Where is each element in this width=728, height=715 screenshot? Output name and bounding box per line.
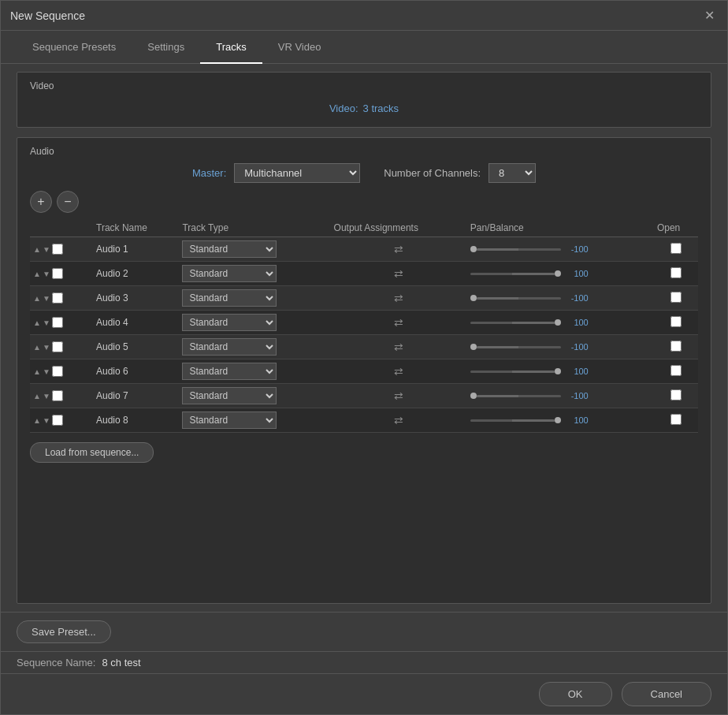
video-value: 3 tracks — [363, 102, 399, 114]
track-type-select[interactable]: Standard Mono 5.1 Adaptive — [182, 265, 277, 282]
open-checkbox[interactable] — [670, 389, 682, 400]
open-checkbox[interactable] — [670, 316, 682, 327]
track-type-select[interactable]: Standard Mono 5.1 Adaptive — [182, 338, 277, 356]
arrow-up-icon[interactable]: ▲ — [33, 270, 41, 278]
track-name-cell: Audio 2 — [93, 262, 179, 286]
sequence-name-value: 8 ch test — [102, 657, 140, 668]
open-checkbox[interactable] — [670, 243, 682, 254]
pan-slider: 100 — [470, 269, 589, 278]
output-routing-icon: ⇄ — [394, 389, 403, 402]
pan-dot — [470, 295, 477, 301]
pan-track — [477, 297, 561, 300]
pan-value: 100 — [561, 415, 589, 425]
arrow-down-icon[interactable]: ▼ — [43, 318, 50, 327]
pan-track — [477, 248, 561, 251]
table-row: ▲ ▼ Audio 3 Standard Mono 5.1 Adaptive ⇄… — [30, 286, 698, 311]
arrow-down-icon[interactable]: ▼ — [43, 245, 50, 254]
pan-slider: 100 — [470, 415, 589, 425]
pan-track — [470, 371, 555, 373]
pan-value: -100 — [561, 293, 589, 303]
table-row: ▲ ▼ Audio 5 Standard Mono 5.1 Adaptive ⇄… — [30, 335, 698, 359]
close-button[interactable]: ✕ — [701, 8, 718, 23]
arrow-down-icon[interactable]: ▼ — [43, 392, 50, 400]
output-routing-icon: ⇄ — [394, 292, 403, 304]
tab-vr-video[interactable]: VR Video — [262, 32, 337, 64]
track-checkbox[interactable] — [52, 268, 63, 279]
master-select[interactable]: Multichannel Stereo 5.1 Mono — [234, 163, 360, 183]
pan-slider: -100 — [470, 342, 589, 352]
col-header-track-name: Track Name — [93, 219, 179, 237]
pan-slider: -100 — [470, 244, 589, 254]
pan-track — [470, 419, 555, 422]
table-row: ▲ ▼ Audio 2 Standard Mono 5.1 Adaptive ⇄… — [30, 262, 698, 286]
ok-button[interactable]: OK — [539, 682, 612, 706]
output-assignments-cell: ⇄ — [331, 408, 467, 433]
arrow-up-icon[interactable]: ▲ — [33, 392, 41, 400]
table-row: ▲ ▼ Audio 1 Standard Mono 5.1 Adaptive ⇄… — [30, 237, 698, 262]
pan-track — [470, 322, 555, 324]
track-name-cell: Audio 8 — [93, 408, 179, 433]
arrow-down-icon[interactable]: ▼ — [43, 294, 50, 303]
arrow-up-icon[interactable]: ▲ — [33, 367, 41, 376]
track-type-select[interactable]: Standard Mono 5.1 Adaptive — [182, 411, 277, 429]
pan-value: 100 — [561, 269, 589, 278]
pan-dot — [555, 319, 561, 326]
video-section: Video Video: 3 tracks — [17, 72, 711, 128]
channels-label: Number of Channels: — [384, 167, 481, 179]
arrow-down-icon[interactable]: ▼ — [43, 343, 50, 352]
track-type-select[interactable]: Standard Mono 5.1 Adaptive — [182, 363, 277, 380]
pan-track — [470, 273, 555, 275]
table-row: ▲ ▼ Audio 8 Standard Mono 5.1 Adaptive ⇄… — [30, 408, 698, 433]
pan-slider: 100 — [470, 367, 589, 376]
arrow-up-icon[interactable]: ▲ — [33, 318, 41, 327]
master-row: Master: Multichannel Stereo 5.1 Mono Num… — [30, 163, 698, 183]
pan-value: -100 — [561, 342, 589, 352]
arrow-down-icon[interactable]: ▼ — [43, 416, 50, 425]
tracks-table: Track Name Track Type Output Assignments… — [30, 219, 698, 433]
audio-section-label: Audio — [30, 146, 698, 157]
col-header-open: Open — [654, 219, 698, 237]
arrow-up-icon[interactable]: ▲ — [33, 416, 41, 425]
output-assignments-cell: ⇄ — [331, 237, 467, 262]
open-checkbox[interactable] — [670, 341, 682, 352]
arrow-up-icon[interactable]: ▲ — [33, 343, 41, 352]
arrow-down-icon[interactable]: ▼ — [43, 270, 50, 278]
pan-balance-cell: -100 — [467, 335, 654, 359]
arrow-up-icon[interactable]: ▲ — [33, 294, 41, 303]
open-checkbox[interactable] — [670, 414, 682, 425]
ok-cancel-bar: OK Cancel — [1, 673, 727, 714]
tab-tracks[interactable]: Tracks — [200, 32, 262, 64]
track-checkbox[interactable] — [52, 244, 63, 255]
save-preset-button[interactable]: Save Preset... — [17, 620, 111, 643]
cancel-button[interactable]: Cancel — [622, 682, 711, 706]
pan-dot — [555, 417, 561, 423]
tab-settings[interactable]: Settings — [132, 32, 200, 64]
tab-sequence-presets[interactable]: Sequence Presets — [17, 32, 132, 64]
load-from-sequence-button[interactable]: Load from sequence... — [30, 442, 154, 463]
arrow-up-icon[interactable]: ▲ — [33, 245, 41, 254]
add-remove-row: + − — [30, 191, 698, 213]
arrow-down-icon[interactable]: ▼ — [43, 367, 50, 376]
pan-balance-cell: -100 — [467, 384, 654, 408]
open-checkbox[interactable] — [670, 365, 682, 376]
track-checkbox[interactable] — [52, 341, 63, 352]
track-type-select[interactable]: Standard Mono 5.1 Adaptive — [182, 289, 277, 307]
pan-dot — [470, 344, 477, 350]
track-checkbox[interactable] — [52, 390, 63, 401]
channels-select[interactable]: 8 2 4 6 — [488, 163, 536, 183]
pan-balance-cell: 100 — [467, 359, 654, 384]
track-type-select[interactable]: Standard Mono 5.1 Adaptive — [182, 240, 277, 258]
track-checkbox[interactable] — [52, 366, 63, 377]
open-checkbox[interactable] — [670, 292, 682, 303]
output-assignments-cell: ⇄ — [331, 335, 467, 359]
track-checkbox[interactable] — [52, 415, 63, 426]
track-type-select[interactable]: Standard Mono 5.1 Adaptive — [182, 314, 277, 331]
remove-track-button[interactable]: − — [57, 191, 79, 213]
dialog: New Sequence ✕ Sequence Presets Settings… — [0, 0, 728, 715]
add-track-button[interactable]: + — [30, 191, 52, 213]
track-checkbox[interactable] — [52, 292, 63, 304]
video-section-label: Video — [30, 80, 698, 91]
open-checkbox[interactable] — [670, 267, 682, 278]
track-checkbox[interactable] — [52, 317, 63, 328]
track-type-select[interactable]: Standard Mono 5.1 Adaptive — [182, 387, 277, 404]
